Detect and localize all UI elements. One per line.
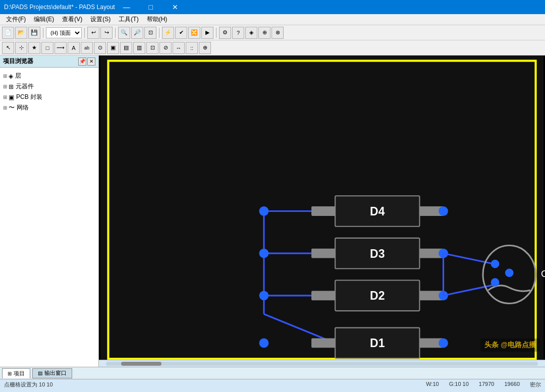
status-mode: 密尔 — [530, 381, 541, 388]
menu-edit[interactable]: 编辑(E) — [30, 14, 58, 25]
tree-item-pcb[interactable]: ⊞ ▣ PCB 封装 — [3, 92, 95, 102]
menu-view[interactable]: 查看(V) — [58, 14, 86, 25]
drill-btn[interactable]: ⊙ — [94, 42, 106, 54]
expand-icon-layers: ⊞ — [3, 73, 7, 79]
output-tab-icon: ▤ — [38, 370, 42, 376]
tree-item-layers[interactable]: ⊞ ◈ 层 — [3, 71, 95, 81]
expand-icon-components: ⊞ — [3, 84, 7, 89]
toolbar1: 📄 📂 💾 (H) 顶面 (B) 底面 ↩ ↪ 🔍 🔎 ⊡ ⚡ ✔ 🔀 ▶ ⚙ … — [0, 25, 545, 40]
d1-left-pin — [311, 339, 338, 348]
c1-label: C1 — [541, 268, 545, 279]
text-btn[interactable]: A — [68, 42, 80, 54]
status-w-value: 10 — [432, 381, 439, 387]
check-button[interactable]: ✔ — [175, 27, 187, 39]
menu-help[interactable]: 帮助(H) — [143, 14, 172, 25]
fit-button[interactable]: ⊡ — [144, 27, 156, 39]
save-button[interactable]: 💾 — [28, 27, 40, 39]
extra-btn1[interactable]: ◈ — [245, 27, 257, 39]
c1-dot3 — [505, 268, 514, 277]
minimize-button[interactable]: — — [115, 0, 138, 14]
extra-btn2[interactable]: ⊕ — [258, 27, 270, 39]
pcb-icon: ▣ — [9, 94, 14, 101]
sidebar-title: 项目浏览器 — [3, 57, 33, 66]
tree-item-components[interactable]: ⊞ ⊞ 元器件 — [3, 81, 95, 92]
scrollbar-thumb[interactable] — [121, 362, 161, 366]
help-button[interactable]: ? — [232, 27, 244, 39]
d2-label: D2 — [370, 289, 385, 302]
ab-btn[interactable]: ab — [81, 42, 93, 54]
expand-icon-nets: ⊞ — [3, 105, 7, 110]
dot-d1-right — [439, 339, 448, 348]
tree-item-nets[interactable]: ⊞ 〜 网络 — [3, 102, 95, 113]
pin-button[interactable]: 📌 — [78, 58, 86, 66]
tree-label-pcb: PCB 封装 — [16, 93, 42, 101]
dot-d4-left — [259, 206, 269, 216]
via-btn[interactable]: ⊡ — [146, 42, 158, 54]
tab-output[interactable]: ▤ 输出窗口 — [32, 368, 72, 378]
status-message: 点栅格设置为 10 10 — [4, 381, 416, 388]
menu-settings[interactable]: 设置(S) — [86, 14, 115, 25]
pcb-svg: D4 D3 D2 D1 — [99, 55, 545, 367]
tab-output-label: 输出窗口 — [44, 369, 67, 377]
watermark-text: 头条 @电路点播 — [484, 341, 536, 349]
maximize-button[interactable]: □ — [139, 0, 162, 14]
d4-label: D4 — [370, 205, 385, 218]
menu-file[interactable]: 文件(F) — [2, 14, 30, 25]
copper-btn[interactable]: ▣ — [107, 42, 119, 54]
tab-project-label: 项目 — [14, 370, 25, 377]
fill-btn[interactable]: ▤ — [120, 42, 132, 54]
c1-dot2 — [491, 278, 500, 287]
extra-btn3[interactable]: ⊗ — [271, 27, 284, 39]
zoom-in-button[interactable]: 🔍 — [118, 27, 130, 39]
close-button[interactable]: ✕ — [164, 0, 187, 14]
auto-route-button[interactable]: ▶ — [201, 27, 213, 39]
dim-btn[interactable]: ↔ — [173, 42, 185, 54]
dot-d3-left — [259, 249, 269, 258]
project-tree: ⊞ ◈ 层 ⊞ ⊞ 元器件 ⊞ ▣ PCB 封装 ⊞ 〜 网络 — [0, 68, 98, 367]
grid-btn[interactable]: :: — [186, 42, 198, 54]
status-x: 17970 — [479, 381, 495, 388]
expand-icon-pcb: ⊞ — [3, 94, 7, 100]
title-text: D:\PADS Projects\default* - PADS Layout — [4, 4, 115, 11]
scrollbar-track — [106, 362, 538, 366]
layer-select[interactable]: (H) 顶面 (B) 底面 — [46, 27, 82, 38]
c1-dot1 — [491, 260, 500, 268]
tab-project[interactable]: ⊞ 项目 — [2, 368, 30, 378]
sidebar-header-controls: 📌 ✕ — [78, 58, 95, 66]
separator5 — [216, 28, 216, 38]
bottom-tabs: ⊞ 项目 ▤ 输出窗口 — [0, 367, 545, 379]
status-right: W:10 G:10 10 17970 19660 密尔 — [426, 381, 541, 388]
keepout-btn[interactable]: ⊘ — [159, 42, 172, 54]
sidebar-close-button[interactable]: ✕ — [87, 58, 95, 66]
titlebar: D:\PADS Projects\default* - PADS Layout … — [0, 0, 545, 14]
nets-icon: 〜 — [9, 103, 15, 112]
comp-btn[interactable]: □ — [41, 42, 53, 54]
pour-btn[interactable]: ▥ — [133, 42, 145, 54]
menu-tools[interactable]: 工具(T) — [115, 14, 142, 25]
sidebar-header: 项目浏览器 📌 ✕ — [0, 55, 98, 68]
origin-btn[interactable]: ⊕ — [199, 42, 211, 54]
tree-label-nets: 网络 — [17, 103, 29, 112]
status-g: G:10 10 — [449, 381, 469, 388]
undo-button[interactable]: ↩ — [87, 27, 99, 39]
trace-btn[interactable]: ⟿ — [54, 42, 67, 54]
status-y: 19660 — [504, 381, 520, 388]
zoom-out-button[interactable]: 🔎 — [131, 27, 143, 39]
settings-button[interactable]: ⚙ — [219, 27, 231, 39]
route-button[interactable]: ⚡ — [162, 27, 174, 39]
select2-btn[interactable]: ⊹ — [15, 42, 27, 54]
d3-left-pin — [311, 249, 338, 258]
new-button[interactable]: 📄 — [2, 27, 14, 39]
d2-left-pin — [311, 291, 338, 300]
dot-d4-right — [439, 206, 448, 216]
tree-label-layers: 层 — [15, 72, 21, 80]
horizontal-scrollbar[interactable] — [99, 360, 545, 367]
tree-label-components: 元器件 — [16, 82, 34, 91]
dot-d1-left — [259, 339, 269, 348]
open-button[interactable]: 📂 — [15, 27, 27, 39]
fanout-button[interactable]: 🔀 — [188, 27, 200, 39]
pcb-canvas-area[interactable]: D4 D3 D2 D1 — [99, 55, 545, 367]
redo-button[interactable]: ↪ — [100, 27, 113, 39]
select-btn[interactable]: ↖ — [2, 42, 14, 54]
highlight-btn[interactable]: ★ — [28, 42, 40, 54]
